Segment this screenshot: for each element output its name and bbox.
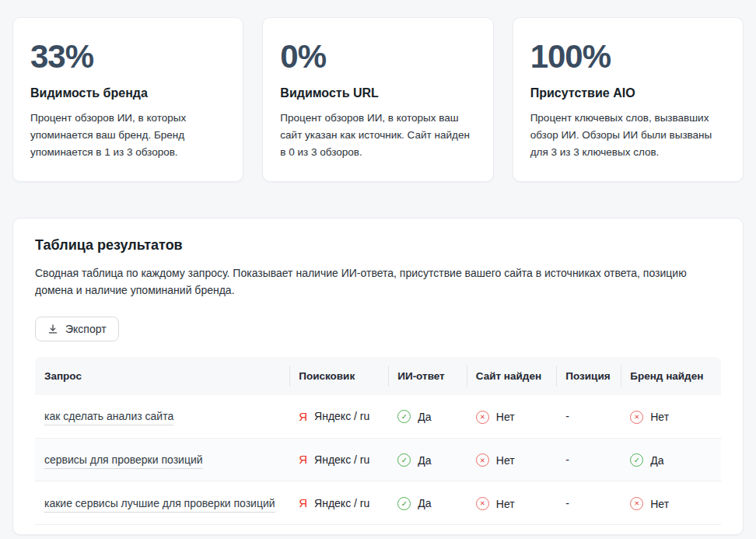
query-text[interactable]: какие сервисы лучшие для проверки позици… [44, 497, 275, 513]
ai-answer-status: Да [397, 410, 431, 423]
query-text[interactable]: как сделать анализ сайта [44, 410, 173, 425]
column-header-ai-answer: ИИ-ответ [388, 357, 467, 395]
download-icon [47, 324, 58, 334]
stat-title: Видимость URL [280, 86, 475, 100]
column-header-engine: Поисковик [289, 357, 388, 395]
check-circle-icon [397, 453, 411, 467]
site-found-status: Нет [476, 453, 515, 467]
search-engine-cell: Я Яндекс / ru [299, 496, 379, 509]
position-value: - [565, 453, 569, 466]
status-label: Нет [650, 498, 669, 510]
column-header-position: Позиция [556, 357, 621, 395]
engine-name: Яндекс / ru [314, 497, 369, 509]
results-panel: Таблица результатов Сводная таблица по к… [12, 218, 744, 535]
position-value: - [565, 410, 569, 422]
search-engine-cell: Я Яндекс / ru [299, 453, 379, 466]
status-label: Да [418, 454, 431, 467]
stat-value: 33% [30, 38, 226, 75]
column-header-query: Запрос [35, 357, 289, 395]
column-header-brand-found: Бренд найден [621, 357, 721, 395]
export-button-label: Экспорт [65, 323, 107, 335]
site-found-status: Нет [476, 497, 515, 510]
brand-found-status: Нет [630, 497, 669, 510]
stat-title: Видимость бренда [30, 86, 226, 100]
dashboard-page: 33% Видимость бренда Процент обзоров ИИ,… [0, 0, 756, 535]
brand-found-status: Нет [630, 411, 669, 424]
x-circle-icon [476, 497, 489, 510]
results-description: Сводная таблица по каждому запросу. Пока… [35, 264, 721, 299]
ai-answer-status: Да [397, 453, 431, 467]
search-engine-cell: Я Яндекс / ru [299, 410, 379, 423]
status-label: Да [650, 454, 663, 467]
table-row: как сделать анализ сайта Я Яндекс / ru Д… [35, 395, 721, 438]
export-button[interactable]: Экспорт [35, 317, 119, 341]
yandex-favicon-icon: Я [299, 496, 307, 509]
x-circle-icon [630, 411, 643, 424]
stat-description: Процент ключевых слов, вызвавших обзор И… [530, 110, 726, 161]
engine-name: Яндекс / ru [314, 453, 369, 466]
check-circle-icon [397, 410, 411, 423]
results-table: Запрос Поисковик ИИ-ответ Сайт найден По… [35, 357, 721, 525]
yandex-favicon-icon: Я [299, 410, 307, 423]
stat-description: Процент обзоров ИИ, в которых упоминаетс… [30, 110, 226, 161]
table-header: Запрос Поисковик ИИ-ответ Сайт найден По… [35, 357, 721, 395]
x-circle-icon [476, 411, 489, 424]
site-found-status: Нет [476, 411, 515, 424]
stat-card-aio-presence: 100% Присутствие AIO Процент ключевых сл… [513, 17, 744, 182]
check-circle-icon [397, 497, 411, 510]
ai-answer-status: Да [397, 497, 431, 510]
query-text[interactable]: сервисы для проверки позиций [44, 453, 203, 469]
brand-found-status: Да [630, 453, 663, 467]
status-label: Нет [496, 454, 515, 467]
column-header-site-found: Сайт найден [467, 357, 557, 395]
stat-value: 100% [530, 38, 726, 75]
stat-title: Присутствие AIO [530, 86, 726, 100]
status-label: Нет [496, 498, 515, 510]
stat-description: Процент обзоров ИИ, в которых ваш сайт у… [280, 110, 475, 161]
table-row: какие сервисы лучшие для проверки позици… [35, 481, 721, 525]
x-circle-icon [476, 453, 489, 467]
stat-card-brand-visibility: 33% Видимость бренда Процент обзоров ИИ,… [12, 17, 243, 182]
status-label: Нет [650, 411, 669, 423]
stat-cards-row: 33% Видимость бренда Процент обзоров ИИ,… [12, 17, 744, 182]
yandex-favicon-icon: Я [299, 453, 307, 466]
status-label: Нет [496, 411, 515, 423]
check-circle-icon [630, 453, 643, 467]
stat-value: 0% [280, 38, 475, 75]
status-label: Да [418, 411, 431, 423]
stat-card-url-visibility: 0% Видимость URL Процент обзоров ИИ, в к… [262, 17, 493, 182]
position-value: - [565, 497, 569, 509]
engine-name: Яндекс / ru [314, 410, 369, 422]
results-title: Таблица результатов [35, 237, 721, 254]
table-row: сервисы для проверки позиций Я Яндекс / … [35, 438, 721, 481]
status-label: Да [418, 497, 431, 509]
x-circle-icon [630, 497, 643, 510]
